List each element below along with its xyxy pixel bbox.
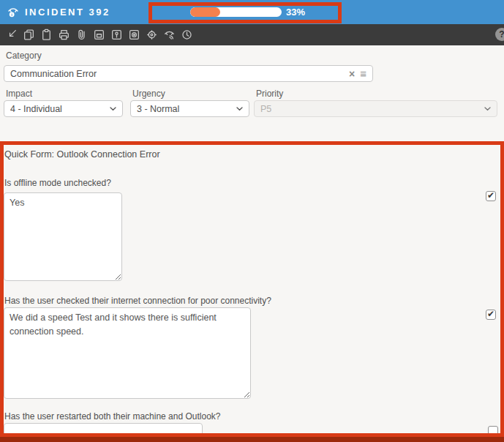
clipboard-icon[interactable] — [40, 29, 53, 41]
question-answer-textarea[interactable]: Yes — [4, 192, 122, 281]
impact-label: Impact — [6, 89, 32, 99]
priority-value: P5 — [260, 104, 484, 114]
chevron-down-icon — [484, 107, 491, 111]
priority-label: Priority — [256, 89, 283, 99]
question-label: Is offline mode unchecked? — [4, 178, 111, 188]
question-checkbox[interactable] — [486, 191, 496, 201]
clear-icon[interactable]: × — [349, 68, 355, 80]
category-label: Category — [6, 50, 42, 61]
urgency-value: 3 - Normal — [137, 104, 236, 114]
progress-percent-label: 33% — [286, 7, 305, 18]
question-checkbox[interactable] — [486, 310, 496, 320]
urgency-select[interactable]: 3 - Normal — [130, 100, 249, 117]
archive-box-icon[interactable] — [93, 29, 105, 41]
incident-header: i INCIDENT 392 33% — [0, 0, 504, 24]
settings-box-icon[interactable] — [128, 29, 140, 41]
priority-select: P5 — [254, 100, 497, 117]
progress-bar — [190, 7, 282, 17]
help-icon[interactable]: ? — [495, 28, 504, 41]
category-value: Communication Error — [10, 69, 349, 79]
copy-icon[interactable] — [23, 29, 35, 41]
question-checkbox[interactable] — [488, 426, 498, 436]
toolbar — [0, 24, 504, 45]
question-answer-textarea[interactable]: We did a speed Test and it shows there i… — [4, 307, 251, 399]
toolbar-icons — [5, 29, 193, 41]
question-label: Has the user checked their internet conn… — [4, 296, 271, 306]
list-icon[interactable]: ≡ — [360, 67, 366, 80]
print-icon[interactable] — [58, 29, 70, 41]
progress-fill — [190, 7, 220, 17]
history-icon[interactable] — [181, 29, 193, 41]
question-answer-textarea[interactable] — [4, 423, 203, 442]
collapse-icon[interactable] — [5, 29, 18, 41]
chevron-down-icon — [236, 107, 243, 111]
category-input[interactable]: Communication Error × ≡ — [4, 65, 373, 82]
gear-icon[interactable] — [146, 29, 158, 41]
pin-box-icon[interactable] — [110, 29, 123, 41]
phone-info-icon: i — [7, 6, 20, 19]
phone-icon[interactable] — [163, 29, 176, 41]
impact-select[interactable]: 4 - Individual — [4, 100, 123, 117]
chevron-down-icon — [110, 107, 116, 111]
attachment-icon[interactable] — [75, 29, 88, 41]
quick-form-title: Quick Form: Outlook Connection Error — [4, 149, 160, 160]
impact-value: 4 - Individual — [10, 104, 110, 114]
urgency-label: Urgency — [132, 89, 165, 99]
question-label: Has the user restarted both their machin… — [4, 411, 221, 422]
incident-title-group: i INCIDENT 392 — [7, 0, 110, 24]
page-title: INCIDENT 392 — [25, 7, 110, 18]
